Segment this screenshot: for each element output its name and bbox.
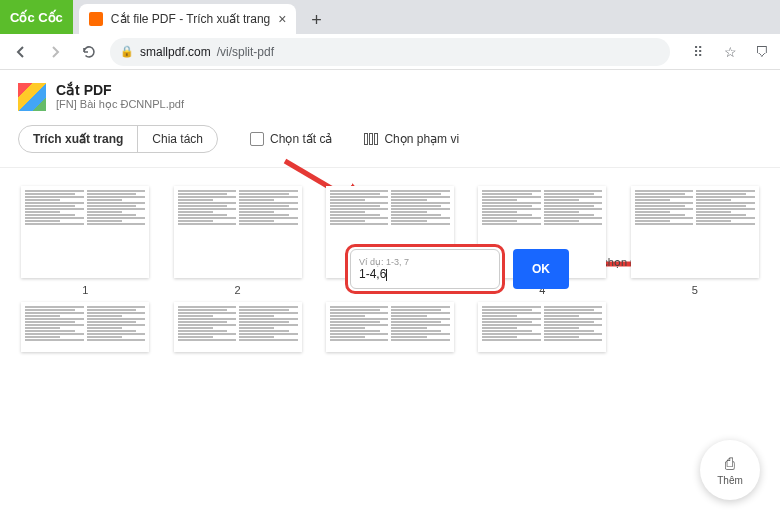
bookmark-icon[interactable]: ☆: [720, 42, 740, 62]
range-icon: [364, 133, 378, 145]
filename: [FN] Bài học ĐCNNPL.pdf: [56, 98, 184, 111]
page-number: 2: [235, 284, 241, 296]
checkbox-icon: [250, 132, 264, 146]
select-range-toggle[interactable]: Chọn phạm vi: [364, 132, 459, 146]
page-thumbnail[interactable]: [475, 302, 609, 352]
tab-title: Cắt file PDF - Trích xuất trang: [111, 12, 270, 26]
ok-button[interactable]: OK: [513, 249, 569, 289]
page-number: 1: [82, 284, 88, 296]
page-thumbnail[interactable]: 5: [628, 186, 762, 296]
new-tab-button[interactable]: +: [302, 6, 330, 34]
range-input[interactable]: Ví dụ: 1-3, 7 1-4,6: [350, 249, 500, 289]
tab-favicon: [89, 12, 103, 26]
translate-icon[interactable]: ⠿: [688, 42, 708, 62]
select-all-label: Chọn tất cả: [270, 132, 332, 146]
page-number: 5: [692, 284, 698, 296]
mode-extract-button[interactable]: Trích xuất trang: [19, 126, 137, 152]
page-thumbnail[interactable]: 2: [170, 186, 304, 296]
coccoc-brand: Cốc Cốc: [0, 0, 73, 34]
page-thumbnail[interactable]: [323, 302, 457, 352]
forward-button[interactable]: [42, 39, 68, 65]
select-range-label: Chọn phạm vi: [384, 132, 459, 146]
lock-icon: 🔒: [120, 45, 134, 58]
range-highlight: Ví dụ: 1-3, 7 1-4,6: [345, 244, 505, 294]
reload-button[interactable]: [76, 39, 102, 65]
back-button[interactable]: [8, 39, 34, 65]
address-bar[interactable]: 🔒 smallpdf.com/vi/split-pdf: [110, 38, 670, 66]
page-title: Cắt PDF: [56, 82, 184, 98]
mode-switch: Trích xuất trang Chia tách: [18, 125, 218, 153]
mode-split-button[interactable]: Chia tách: [137, 126, 217, 152]
close-tab-icon[interactable]: ×: [278, 11, 286, 27]
page-thumbnail[interactable]: [18, 302, 152, 352]
thumbnail-grid-row2: [0, 296, 780, 352]
select-all-checkbox[interactable]: Chọn tất cả: [250, 132, 332, 146]
add-more-fab[interactable]: ⎙ Thêm: [700, 440, 760, 500]
url-path: /vi/split-pdf: [217, 45, 274, 59]
fab-label: Thêm: [717, 475, 743, 486]
smallpdf-logo: [18, 83, 46, 111]
page-thumbnail[interactable]: 1: [18, 186, 152, 296]
browser-tab[interactable]: Cắt file PDF - Trích xuất trang ×: [79, 4, 297, 34]
add-file-icon: ⎙: [725, 455, 735, 473]
shield-icon[interactable]: ⛉: [752, 42, 772, 62]
url-host: smallpdf.com: [140, 45, 211, 59]
range-panel: Ví dụ: 1-3, 7 1-4,6 OK: [345, 244, 569, 294]
page-thumbnail[interactable]: [170, 302, 304, 352]
range-placeholder: Ví dụ: 1-3, 7: [359, 257, 491, 267]
navbar: 🔒 smallpdf.com/vi/split-pdf ⠿ ☆ ⛉: [0, 34, 780, 70]
range-value: 1-4,6: [359, 267, 491, 281]
